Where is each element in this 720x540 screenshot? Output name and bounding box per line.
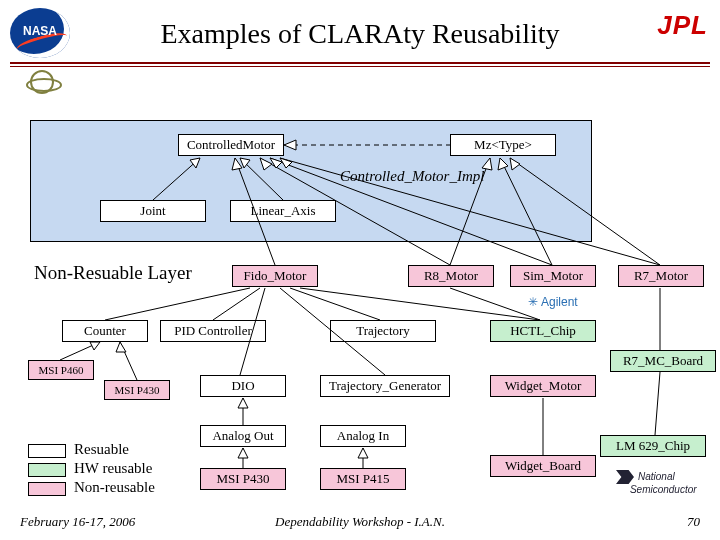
box-controlled-motor: ControlledMotor	[178, 134, 284, 156]
svg-line-22	[290, 288, 380, 320]
section-nonreusable: Non-Resuable Layer	[34, 262, 192, 284]
box-r7-motor: R7_Motor	[618, 265, 704, 287]
natsemi-logo: National Semiconductor	[616, 470, 697, 495]
box-counter: Counter	[62, 320, 148, 342]
legend-non: Non-reusable	[74, 479, 155, 495]
box-analog-in: Analog In	[320, 425, 406, 447]
title-rule	[10, 62, 710, 64]
svg-line-20	[105, 288, 250, 320]
box-sim-motor: Sim_Motor	[510, 265, 596, 287]
box-widget-board: Widget_Board	[490, 455, 596, 477]
legend-hw: HW reusable	[74, 460, 152, 476]
svg-line-26	[450, 288, 540, 320]
footer-center: Dependability Workshop - I.A.N.	[0, 514, 720, 530]
orbit-icon	[30, 70, 54, 94]
agilent-logo: Agilent	[528, 295, 578, 309]
box-traj-gen: Trajectory_Generator	[320, 375, 450, 397]
box-pid: PID Controller	[160, 320, 266, 342]
box-msip430-a: MSI P430	[104, 380, 170, 400]
box-linear-axis: Linear_Axis	[230, 200, 336, 222]
box-msip415: MSI P415	[320, 468, 406, 490]
box-r7-mc: R7_MC_Board	[610, 350, 716, 372]
box-analog-out: Analog Out	[200, 425, 286, 447]
box-hctl-chip: HCTL_Chip	[490, 320, 596, 342]
box-fido-motor: Fido_Motor	[232, 265, 318, 287]
box-lm629: LM 629_Chip	[600, 435, 706, 457]
box-mz-type: Mz<Type>	[450, 134, 556, 156]
box-msip460: MSI P460	[28, 360, 94, 380]
svg-marker-33	[238, 398, 248, 408]
svg-marker-37	[358, 448, 368, 458]
svg-line-30	[120, 342, 137, 380]
svg-line-23	[300, 288, 540, 320]
box-widget-motor: Widget_Motor	[490, 375, 596, 397]
box-r8-motor: R8_Motor	[408, 265, 494, 287]
box-dio: DIO	[200, 375, 286, 397]
box-trajectory: Trajectory	[330, 320, 436, 342]
box-joint: Joint	[100, 200, 206, 222]
svg-line-28	[60, 342, 100, 360]
svg-marker-29	[90, 342, 100, 350]
svg-line-39	[655, 372, 660, 435]
svg-marker-35	[238, 448, 248, 458]
legend-reusable: Resuable	[74, 441, 129, 457]
label-impl: Controlled_Motor_Impl	[340, 168, 484, 185]
svg-marker-31	[116, 342, 126, 352]
footer-page: 70	[687, 514, 700, 530]
box-msip430-b: MSI P430	[200, 468, 286, 490]
title-rule-thin	[10, 66, 710, 67]
svg-line-21	[213, 288, 260, 320]
legend: Resuable HW reusable Non-reusable	[28, 440, 155, 497]
slide-title: Examples of CLARAty Reusability	[0, 18, 720, 50]
